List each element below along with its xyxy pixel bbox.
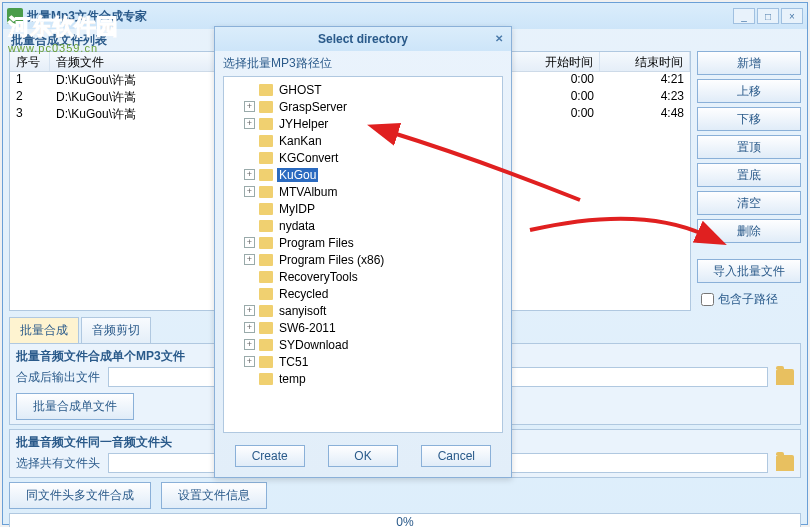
output-file-label: 合成后输出文件: [16, 369, 100, 386]
move-down-button[interactable]: 下移: [697, 107, 801, 131]
tree-item[interactable]: +SW6-2011: [224, 319, 502, 336]
tab-batch-merge[interactable]: 批量合成: [9, 317, 79, 343]
tree-item-label: Program Files: [277, 236, 356, 250]
tree-item[interactable]: +sanyisoft: [224, 302, 502, 319]
tree-item[interactable]: +GraspServer: [224, 98, 502, 115]
tree-item-label: TC51: [277, 355, 310, 369]
tree-item[interactable]: +KuGou: [224, 166, 502, 183]
header-file-label: 选择共有文件头: [16, 455, 100, 472]
expand-icon[interactable]: +: [244, 169, 255, 180]
tree-item[interactable]: Recycled: [224, 285, 502, 302]
expand-icon[interactable]: +: [244, 118, 255, 129]
folder-icon: [259, 169, 273, 181]
folder-icon: [259, 322, 273, 334]
tab-audio-cut[interactable]: 音频剪切: [81, 317, 151, 343]
dialog-title: Select directory: [318, 32, 408, 46]
expand-icon[interactable]: +: [244, 356, 255, 367]
tree-item[interactable]: nydata: [224, 217, 502, 234]
tree-item-label: KuGou: [277, 168, 318, 182]
col-index[interactable]: 序号: [10, 52, 50, 71]
window-title: 批量Mp3文件合成专家: [27, 8, 731, 25]
dialog-title-bar: Select directory ✕: [215, 27, 511, 51]
col-start[interactable]: 开始时间: [510, 52, 600, 71]
side-panel: 新增 上移 下移 置顶 置底 清空 删除 导入批量文件 包含子路径: [697, 51, 801, 311]
include-subpaths-checkbox[interactable]: 包含子路径: [697, 291, 801, 308]
folder-icon: [259, 288, 273, 300]
tree-item[interactable]: MyIDP: [224, 200, 502, 217]
expand-icon[interactable]: +: [244, 339, 255, 350]
progress-bar: 0%: [9, 513, 801, 527]
select-directory-dialog: Select directory ✕ 选择批量MP3路径位 GHOST+Gras…: [214, 26, 512, 478]
cell-index: 3: [10, 106, 50, 123]
tree-item[interactable]: +MTVAlbum: [224, 183, 502, 200]
cell-end: 4:48: [600, 106, 690, 123]
folder-icon: [259, 356, 273, 368]
tree-item-label: KanKan: [277, 134, 324, 148]
browse-header-icon[interactable]: [776, 455, 794, 471]
browse-output-icon[interactable]: [776, 369, 794, 385]
maximize-button[interactable]: □: [757, 8, 779, 24]
cell-start: 0:00: [510, 106, 600, 123]
expand-icon[interactable]: +: [244, 101, 255, 112]
import-batch-button[interactable]: 导入批量文件: [697, 259, 801, 283]
tree-item-label: SW6-2011: [277, 321, 338, 335]
cell-start: 0:00: [510, 89, 600, 106]
folder-icon: [259, 237, 273, 249]
panel-title: 批量合成文件列表: [11, 32, 107, 49]
directory-tree[interactable]: GHOST+GraspServer+JYHelperKanKanKGConver…: [223, 76, 503, 433]
dialog-create-button[interactable]: Create: [235, 445, 305, 467]
tree-item[interactable]: +JYHelper: [224, 115, 502, 132]
to-top-button[interactable]: 置顶: [697, 135, 801, 159]
dialog-close-button[interactable]: ✕: [491, 31, 507, 45]
col-end[interactable]: 结束时间: [600, 52, 690, 71]
tree-item[interactable]: +Program Files (x86): [224, 251, 502, 268]
file-info-button[interactable]: 设置文件信息: [161, 482, 267, 509]
expand-icon[interactable]: +: [244, 322, 255, 333]
add-button[interactable]: 新增: [697, 51, 801, 75]
expand-icon[interactable]: +: [244, 305, 255, 316]
cell-end: 4:21: [600, 72, 690, 89]
cell-end: 4:23: [600, 89, 690, 106]
clear-button[interactable]: 清空: [697, 191, 801, 215]
tree-item[interactable]: KGConvert: [224, 149, 502, 166]
delete-button[interactable]: 删除: [697, 219, 801, 243]
folder-icon: [259, 271, 273, 283]
merge-single-button[interactable]: 批量合成单文件: [16, 393, 134, 420]
cell-start: 0:00: [510, 72, 600, 89]
move-up-button[interactable]: 上移: [697, 79, 801, 103]
expand-icon[interactable]: +: [244, 186, 255, 197]
folder-icon: [259, 254, 273, 266]
tree-item-label: JYHelper: [277, 117, 330, 131]
folder-icon: [259, 118, 273, 130]
folder-icon: [259, 84, 273, 96]
cell-index: 2: [10, 89, 50, 106]
tree-item[interactable]: +SYDownload: [224, 336, 502, 353]
tree-item-label: nydata: [277, 219, 317, 233]
include-subpaths-input[interactable]: [701, 293, 714, 306]
close-button[interactable]: ×: [781, 8, 803, 24]
tree-item[interactable]: temp: [224, 370, 502, 387]
cell-index: 1: [10, 72, 50, 89]
folder-icon: [259, 135, 273, 147]
tree-item[interactable]: GHOST: [224, 81, 502, 98]
tree-item-label: GraspServer: [277, 100, 349, 114]
folder-icon: [259, 373, 273, 385]
to-bottom-button[interactable]: 置底: [697, 163, 801, 187]
dialog-cancel-button[interactable]: Cancel: [421, 445, 491, 467]
minimize-button[interactable]: _: [733, 8, 755, 24]
tree-item[interactable]: +Program Files: [224, 234, 502, 251]
tree-item[interactable]: +TC51: [224, 353, 502, 370]
tree-item-label: SYDownload: [277, 338, 350, 352]
expand-icon[interactable]: +: [244, 254, 255, 265]
folder-icon: [259, 339, 273, 351]
folder-icon: [259, 152, 273, 164]
folder-icon: [259, 186, 273, 198]
expand-icon[interactable]: +: [244, 237, 255, 248]
tree-item-label: temp: [277, 372, 308, 386]
tree-item[interactable]: KanKan: [224, 132, 502, 149]
dialog-ok-button[interactable]: OK: [328, 445, 398, 467]
tree-item-label: MTVAlbum: [277, 185, 339, 199]
merge-multi-button[interactable]: 同文件头多文件合成: [9, 482, 151, 509]
tree-item[interactable]: RecoveryTools: [224, 268, 502, 285]
folder-icon: [259, 203, 273, 215]
